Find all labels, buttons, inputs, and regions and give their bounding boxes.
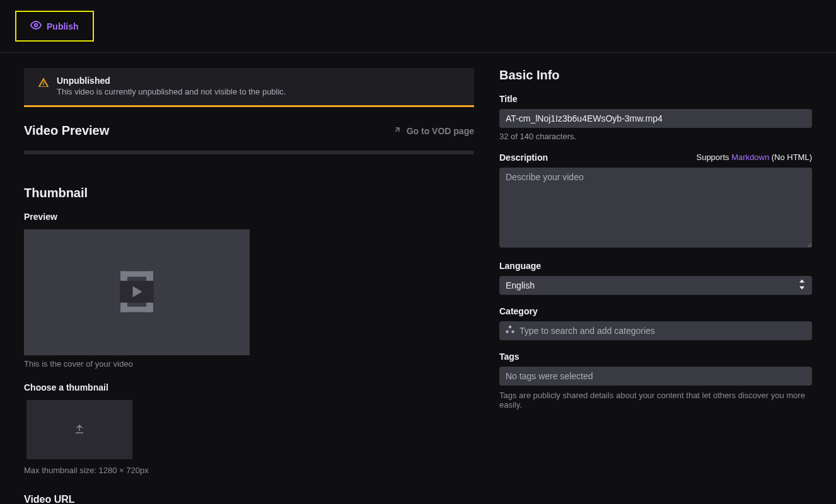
language-select[interactable]: English <box>499 276 812 295</box>
svg-rect-5 <box>120 306 153 312</box>
video-preview-header: Video Preview Go to VOD page <box>24 123 474 138</box>
preview-label: Preview <box>24 212 474 222</box>
svg-point-0 <box>35 24 38 27</box>
unpublished-alert: Unpublished This video is currently unpu… <box>24 68 474 107</box>
description-textarea[interactable] <box>499 168 812 248</box>
svg-point-7 <box>506 330 509 333</box>
warning-icon <box>38 77 49 90</box>
description-label: Description <box>499 152 548 163</box>
right-column: Basic Info Title 32 of 140 characters. D… <box>499 68 812 504</box>
choose-thumbnail-label: Choose a thumbnail <box>24 382 474 392</box>
film-placeholder-icon <box>103 258 171 328</box>
svg-rect-4 <box>120 271 153 277</box>
go-to-vod-link[interactable]: Go to VOD page <box>393 125 474 136</box>
alert-title: Unpublished <box>57 76 286 86</box>
category-field-group: Category <box>499 306 812 340</box>
category-label: Category <box>499 306 812 316</box>
video-url-title: Video URL <box>24 494 474 504</box>
publish-label: Publish <box>47 21 79 32</box>
preview-hint: This is the cover of your video <box>24 359 474 369</box>
alert-description: This video is currently unpublished and … <box>57 87 286 96</box>
publish-button[interactable]: Publish <box>15 11 94 42</box>
tags-input[interactable]: No tags were selected <box>499 367 812 386</box>
basic-info-title: Basic Info <box>499 68 812 83</box>
title-field-group: Title 32 of 140 characters. <box>499 94 812 141</box>
tags-hint: Tags are publicly shared details about y… <box>499 391 812 410</box>
thumbnail-section-title: Thumbnail <box>24 186 474 200</box>
markdown-link[interactable]: Markdown <box>731 152 769 162</box>
markdown-note: Supports Markdown (No HTML) <box>696 152 812 163</box>
category-icon <box>504 324 516 338</box>
tags-label: Tags <box>499 352 812 362</box>
left-column: Unpublished This video is currently unpu… <box>24 68 474 504</box>
vod-link-label: Go to VOD page <box>407 126 474 136</box>
title-label: Title <box>499 94 812 104</box>
video-preview-title: Video Preview <box>24 123 109 138</box>
upload-thumbnail-button[interactable] <box>26 400 132 459</box>
eye-icon <box>30 20 42 33</box>
language-field-group: Language English <box>499 261 812 295</box>
language-label: Language <box>499 261 812 271</box>
description-label-row: Description Supports Markdown (No HTML) <box>499 152 812 163</box>
category-input[interactable] <box>499 321 812 340</box>
video-preview-scrubber[interactable] <box>24 151 474 154</box>
title-char-count: 32 of 140 characters. <box>499 132 812 141</box>
alert-body: Unpublished This video is currently unpu… <box>57 76 286 96</box>
content-area: Unpublished This video is currently unpu… <box>0 53 836 504</box>
upload-icon <box>74 423 85 437</box>
svg-point-6 <box>509 326 512 329</box>
svg-point-8 <box>511 330 514 333</box>
tags-field-group: Tags No tags were selected Tags are publ… <box>499 352 812 410</box>
description-field-group: Description Supports Markdown (No HTML) <box>499 152 812 249</box>
page-header: Publish <box>0 0 836 53</box>
external-link-icon <box>393 125 402 136</box>
thumbnail-preview <box>24 229 250 355</box>
max-size-hint: Max thumbnail size: 1280 × 720px <box>24 466 474 475</box>
title-input[interactable] <box>499 109 812 128</box>
